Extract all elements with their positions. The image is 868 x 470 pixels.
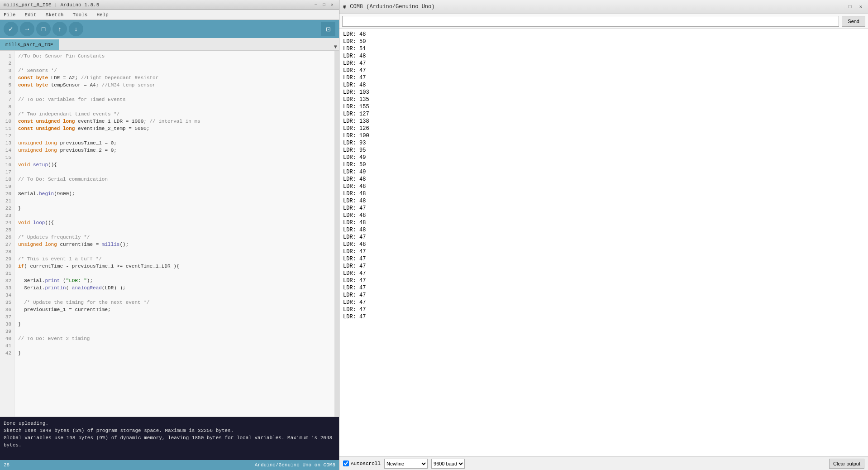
serial-line-8: LDR: 48 bbox=[343, 82, 864, 89]
line-num-31: 31 bbox=[0, 270, 14, 277]
code-line-22: } bbox=[18, 205, 331, 212]
code-line-18: // To Do: Serial communication bbox=[18, 176, 331, 183]
serial-panel: ◉ COM8 (Arduino/Genuino Uno) — □ ✕ Send … bbox=[339, 0, 868, 470]
menu-edit[interactable]: Edit bbox=[23, 11, 38, 19]
serial-line-19: LDR: 50 bbox=[343, 161, 864, 168]
serial-line-6: LDR: 47 bbox=[343, 67, 864, 74]
serial-title-group: ◉ COM8 (Arduino/Genuino Uno) bbox=[343, 3, 835, 10]
tab-dropdown-arrow[interactable]: ▼ bbox=[334, 44, 339, 50]
output-panel: Done uploading. Sketch uses 1848 bytes (… bbox=[0, 417, 339, 460]
code-line-36: previousTime_1 = currentTime; bbox=[18, 306, 331, 313]
code-line-21 bbox=[18, 197, 331, 205]
menu-file[interactable]: File bbox=[2, 11, 17, 19]
serial-line-30: LDR: 48 bbox=[343, 241, 864, 248]
serial-line-37: LDR: 47 bbox=[343, 292, 864, 299]
ide-minimize-button[interactable]: — bbox=[313, 2, 319, 8]
code-line-38: } bbox=[18, 321, 331, 328]
serial-line-24: LDR: 48 bbox=[343, 197, 864, 205]
serial-input-field[interactable] bbox=[342, 16, 839, 27]
serial-line-28: LDR: 48 bbox=[343, 226, 864, 234]
line-num-9: 9 bbox=[0, 110, 14, 118]
serial-line-10: LDR: 135 bbox=[343, 96, 864, 103]
output-line-1: Done uploading. bbox=[4, 420, 335, 427]
line-num-15: 15 bbox=[0, 154, 14, 161]
line-num-42: 42 bbox=[0, 350, 14, 357]
serial-line-40: LDR: 47 bbox=[343, 313, 864, 321]
code-line-41 bbox=[18, 342, 331, 350]
autoscroll-label[interactable]: Autoscroll bbox=[343, 460, 381, 466]
serial-line-33: LDR: 47 bbox=[343, 263, 864, 270]
tab-bar: mills_part_6_IDE ▼ bbox=[0, 38, 339, 51]
serial-bottombar: Autoscroll No line ending Newline Carria… bbox=[339, 456, 868, 470]
send-button[interactable]: Send bbox=[842, 16, 865, 27]
line-num-35: 35 bbox=[0, 299, 14, 306]
code-line-14: unsigned long previousTime_2 = 0; bbox=[18, 147, 331, 154]
serial-line-3: LDR: 51 bbox=[343, 45, 864, 53]
verify-button[interactable]: ✓ bbox=[4, 22, 18, 36]
serial-monitor-button[interactable]: ⊡ bbox=[321, 22, 335, 36]
line-num-36: 36 bbox=[0, 306, 14, 313]
line-num-4: 4 bbox=[0, 74, 14, 82]
serial-line-39: LDR: 47 bbox=[343, 306, 864, 313]
code-line-19 bbox=[18, 183, 331, 190]
serial-line-29: LDR: 47 bbox=[343, 234, 864, 241]
code-line-2 bbox=[18, 60, 331, 67]
line-num-19: 19 bbox=[0, 183, 14, 190]
serial-titlebar-buttons: — □ ✕ bbox=[835, 3, 864, 10]
code-editor[interactable]: 1 2 3 4 5 6 7 8 9 10 11 12 13 14 15 16 1… bbox=[0, 51, 339, 417]
code-line-23 bbox=[18, 212, 331, 219]
ide-panel: mills_part_6_IDE | Arduino 1.8.5 — □ ✕ F… bbox=[0, 0, 339, 470]
upload-button[interactable]: → bbox=[20, 22, 34, 36]
serial-close-button[interactable]: ✕ bbox=[857, 3, 864, 10]
line-num-13: 13 bbox=[0, 139, 14, 147]
serial-line-26: LDR: 48 bbox=[343, 212, 864, 219]
tab-name: mills_part_6_IDE bbox=[5, 42, 53, 48]
serial-titlebar: ◉ COM8 (Arduino/Genuino Uno) — □ ✕ bbox=[339, 0, 868, 14]
baud-select[interactable]: 300 600 1200 2400 4800 9600 baud 14400 1… bbox=[431, 459, 465, 469]
menu-tools[interactable]: Tools bbox=[71, 11, 89, 19]
menu-sketch[interactable]: Sketch bbox=[44, 11, 66, 19]
code-line-31 bbox=[18, 270, 331, 277]
serial-icon: ◉ bbox=[343, 3, 346, 10]
line-num-25: 25 bbox=[0, 226, 14, 234]
code-line-1: //To Do: Sensor Pin Constants bbox=[18, 53, 331, 60]
editor-scrollbar[interactable] bbox=[334, 51, 339, 417]
clear-output-button[interactable]: Clear output bbox=[829, 459, 864, 469]
code-line-16: void setup(){ bbox=[18, 161, 331, 168]
serial-output[interactable]: LDR: 48 LDR: 50 LDR: 51 LDR: 48 LDR: 47 … bbox=[339, 29, 868, 456]
line-num-8: 8 bbox=[0, 103, 14, 110]
code-line-5: const byte tempSensor = A4; //LM34 temp … bbox=[18, 82, 331, 89]
tab-mills-part-6[interactable]: mills_part_6_IDE bbox=[0, 39, 59, 50]
serial-input-row: Send bbox=[339, 14, 868, 29]
line-num-26: 26 bbox=[0, 234, 14, 241]
line-numbers: 1 2 3 4 5 6 7 8 9 10 11 12 13 14 15 16 1… bbox=[0, 51, 14, 417]
code-line-27: unsigned long currentTime = millis(); bbox=[18, 241, 331, 248]
open-button[interactable]: ↑ bbox=[52, 22, 67, 36]
ide-title: mills_part_6_IDE | Arduino 1.8.5 bbox=[4, 2, 313, 8]
serial-line-38: LDR: 47 bbox=[343, 299, 864, 306]
ide-close-button[interactable]: ✕ bbox=[329, 2, 335, 8]
line-num-18: 18 bbox=[0, 176, 14, 183]
autoscroll-checkbox[interactable] bbox=[343, 460, 349, 466]
line-num-5: 5 bbox=[0, 82, 14, 89]
new-button[interactable]: □ bbox=[36, 22, 51, 36]
code-line-28 bbox=[18, 248, 331, 255]
code-line-12 bbox=[18, 132, 331, 139]
serial-line-35: LDR: 47 bbox=[343, 277, 864, 284]
code-line-42: } bbox=[18, 350, 331, 357]
code-content[interactable]: //To Do: Sensor Pin Constants /* Sensors… bbox=[14, 51, 334, 417]
code-line-11: const unsigned long eventTime_2_temp = 5… bbox=[18, 125, 331, 132]
line-num-2: 2 bbox=[0, 60, 14, 67]
serial-minimize-button[interactable]: — bbox=[835, 3, 843, 10]
serial-line-14: LDR: 126 bbox=[343, 125, 864, 132]
output-line-4: Global variables use 198 bytes (9%) of d… bbox=[4, 434, 335, 449]
ide-maximize-button[interactable]: □ bbox=[321, 2, 327, 8]
newline-select[interactable]: No line ending Newline Carriage return B… bbox=[384, 459, 428, 469]
code-line-34 bbox=[18, 292, 331, 299]
code-line-10: const unsigned long eventTime_1_LDR = 10… bbox=[18, 118, 331, 125]
line-num-37: 37 bbox=[0, 313, 14, 321]
line-num-12: 12 bbox=[0, 132, 14, 139]
menu-help[interactable]: Help bbox=[95, 11, 110, 19]
save-button[interactable]: ↓ bbox=[69, 22, 83, 36]
serial-maximize-button[interactable]: □ bbox=[846, 3, 854, 10]
